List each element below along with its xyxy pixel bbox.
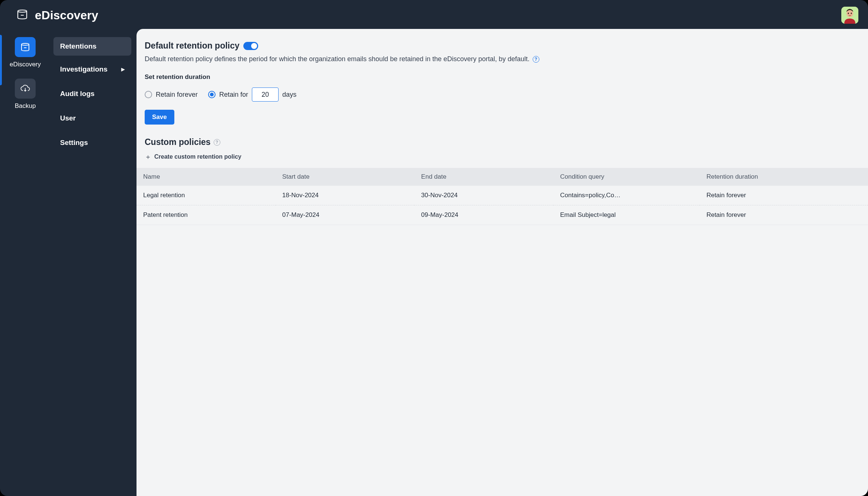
create-custom-policy-link[interactable]: ＋ Create custom retention policy (145, 152, 241, 161)
rail-label: eDiscovery (10, 61, 41, 68)
cell-start-date: 07-May-2024 (276, 205, 415, 225)
table-row[interactable]: Legal retention 18-Nov-2024 30-Nov-2024 … (137, 186, 868, 205)
table-header-condition: Condition query (553, 168, 700, 186)
svg-point-3 (851, 13, 852, 14)
cloud-backup-icon (15, 79, 36, 99)
brand: eDiscovery (16, 8, 98, 23)
page-description: Default retention policy defines the per… (145, 55, 530, 63)
sidenav-item-settings[interactable]: Settings (53, 132, 131, 153)
help-icon[interactable]: ? (214, 139, 220, 146)
archive-icon (15, 37, 36, 57)
chevron-right-icon: ▶ (121, 67, 125, 72)
cell-start-date: 18-Nov-2024 (276, 186, 415, 205)
sidenav-label: User (60, 114, 76, 122)
app-title: eDiscovery (35, 9, 98, 22)
cell-name: Patent retention (137, 205, 276, 225)
retain-for-radio[interactable] (208, 91, 216, 98)
cell-name: Legal retention (137, 186, 276, 205)
sidenav-item-user[interactable]: User (53, 108, 131, 129)
sidenav-label: Settings (60, 139, 88, 147)
cell-condition: Contains=policy,Conte… (553, 186, 700, 205)
nav-rail: eDiscovery Backup (0, 29, 50, 496)
sidenav-label: Retentions (60, 42, 96, 50)
svg-point-2 (848, 13, 849, 14)
cell-end-date: 09-May-2024 (414, 205, 553, 225)
main-content: Default retention policy Default retenti… (137, 29, 868, 496)
table-header-start-date: Start date (276, 168, 415, 186)
retain-for-label: Retain for (219, 91, 248, 99)
table-row[interactable]: Patent retention 07-May-2024 09-May-2024… (137, 205, 868, 225)
sidenav-label: Investigations (60, 65, 108, 73)
sidenav-item-audit-logs[interactable]: Audit logs (53, 83, 131, 105)
create-link-label: Create custom retention policy (154, 153, 241, 160)
table-header-retention: Retention duration (700, 168, 868, 186)
policy-toggle[interactable] (243, 42, 258, 50)
rail-item-backup[interactable]: Backup (0, 79, 50, 110)
retain-forever-label: Retain forever (156, 91, 198, 99)
cell-retention: Retain forever (700, 186, 868, 205)
sidenav-item-investigations[interactable]: Investigations ▶ (53, 59, 131, 80)
retain-for-unit: days (282, 91, 296, 99)
side-nav: Retentions Investigations ▶ Audit logs U… (50, 29, 137, 496)
retain-forever-radio[interactable] (145, 91, 152, 98)
cell-condition: Email Subject=legal (553, 205, 700, 225)
retain-for-input[interactable] (252, 87, 279, 102)
policies-table: Name Start date End date Condition query… (137, 168, 868, 225)
set-duration-heading: Set retention duration (145, 73, 860, 81)
table-header-name: Name (137, 168, 276, 186)
help-icon[interactable]: ? (533, 56, 539, 63)
cell-end-date: 30-Nov-2024 (414, 186, 553, 205)
sidenav-label: Audit logs (60, 90, 95, 98)
sidenav-item-retentions[interactable]: Retentions (53, 37, 131, 56)
user-avatar[interactable] (841, 7, 858, 24)
page-title: Default retention policy (145, 41, 240, 51)
brand-icon (16, 8, 29, 23)
top-bar: eDiscovery (0, 0, 868, 29)
save-button[interactable]: Save (145, 110, 174, 125)
rail-label: Backup (15, 102, 36, 110)
cell-retention: Retain forever (700, 205, 868, 225)
plus-icon: ＋ (145, 152, 151, 161)
table-header-end-date: End date (414, 168, 553, 186)
custom-policies-heading: Custom policies (145, 137, 211, 147)
rail-item-ediscovery[interactable]: eDiscovery (0, 37, 50, 68)
